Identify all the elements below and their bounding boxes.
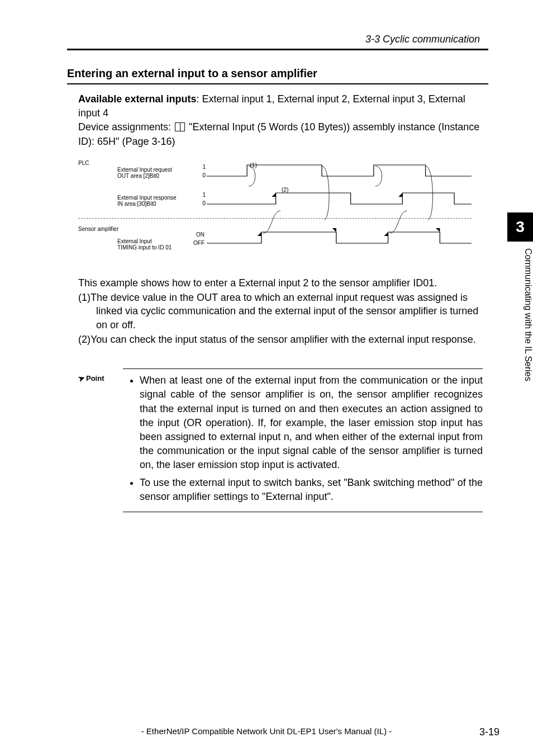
wave-1: (1)	[207, 163, 472, 178]
sig1-name: External Input request	[117, 167, 172, 173]
wave-2: (2)	[207, 191, 472, 206]
sig2-hi: 1	[200, 192, 206, 198]
footer-text: - EtherNet/IP Compatible Network Unit DL…	[67, 726, 466, 738]
cursor-icon: ➤	[77, 373, 87, 384]
header-rule	[67, 49, 488, 50]
wave-3	[207, 230, 472, 245]
svg-marker-2	[258, 232, 261, 236]
book-icon	[175, 122, 185, 131]
sig3-on: ON	[189, 231, 204, 238]
sig3-sub: TIMING input to ID 01	[117, 244, 172, 251]
breadcrumb: 3-3 Cyclic communication	[67, 34, 488, 45]
explanation: This example shows how to enter a Extern…	[67, 276, 488, 346]
ann-2: (2)	[282, 187, 289, 193]
sig2-name: External Input response	[117, 195, 177, 201]
plc-label: PLC	[78, 160, 89, 166]
svg-marker-3	[384, 232, 388, 236]
svg-marker-0	[272, 193, 275, 197]
point-label: ➤Point	[78, 374, 117, 507]
timing-diagram: PLC External Input request OUT area [2]B…	[78, 160, 488, 266]
sig1-area: OUT area [2]Bit0	[117, 173, 172, 179]
explain-intro: This example shows how to enter a Extern…	[78, 276, 483, 290]
intro-text: Available external inputs: External inpu…	[67, 92, 488, 149]
svg-marker-4	[332, 228, 336, 232]
point-box: ➤Point When at least one of the external…	[78, 368, 488, 512]
chapter-side-label: Communicating with the IL Series	[507, 248, 533, 381]
dashed-divider	[78, 218, 472, 219]
point-bullet-2: To use the external input to switch bank…	[140, 476, 483, 504]
heading-rule	[67, 83, 488, 84]
explain-p1: (1)The device value in the OUT area to w…	[78, 291, 483, 332]
chapter-tab: 3	[507, 212, 533, 242]
svg-marker-5	[436, 228, 440, 232]
sig1-hi: 1	[200, 164, 206, 170]
section-heading: Entering an external input to a sensor a…	[67, 67, 488, 80]
device-assign-pre: Device assignments:	[78, 121, 174, 133]
page-number: 3-19	[466, 726, 499, 738]
point-bullet-1: When at least one of the external input …	[140, 374, 483, 472]
svg-marker-1	[398, 193, 402, 197]
sensor-amp-label: Sensor amplifier	[78, 226, 118, 232]
sig2-lo: 0	[200, 200, 206, 206]
available-inputs-label: Available external inputs	[78, 93, 196, 105]
sig2-area: IN area [30]Bit0	[117, 201, 177, 207]
sig3-name: External Input	[117, 238, 172, 244]
explain-p2: (2)You can check the input status of the…	[78, 333, 483, 346]
sig1-lo: 0	[200, 172, 206, 178]
sig3-off: OFF	[189, 240, 204, 246]
